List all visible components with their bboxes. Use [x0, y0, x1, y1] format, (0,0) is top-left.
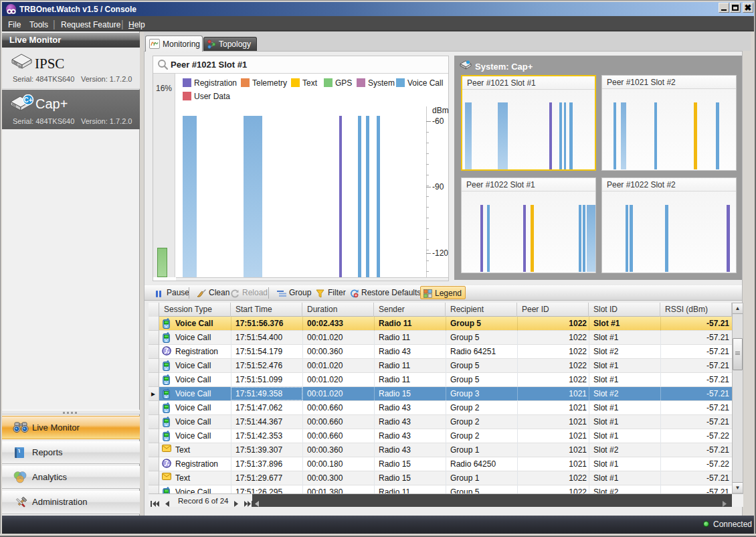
svg-text:C+: C+ — [23, 96, 32, 104]
